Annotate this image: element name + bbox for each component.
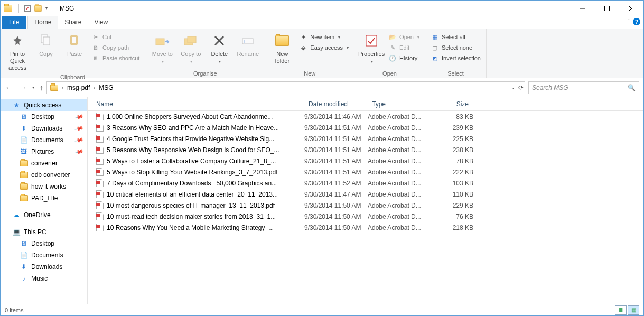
sidebar-desktop[interactable]: 🖥Desktop📌	[1, 111, 87, 123]
paste-shortcut-button[interactable]: 🗏Paste shortcut	[89, 53, 142, 63]
breadcrumb-seg1[interactable]: msg-pdf	[65, 84, 92, 91]
up-button[interactable]: ↑	[40, 83, 43, 92]
sidebar-documents[interactable]: 📄Documents📌	[1, 134, 87, 146]
edit-icon: ✎	[388, 43, 397, 52]
help-icon[interactable]: ?	[633, 18, 640, 25]
tab-view[interactable]: View	[88, 16, 114, 29]
sidebar-pad-file[interactable]: PAD_FIle	[1, 192, 87, 204]
qat-customize-dropdown[interactable]: ▾	[45, 6, 48, 11]
file-row[interactable]: 10 must-read tech decision maker stories…	[88, 211, 643, 222]
main-area: ★Quick access 🖥Desktop📌 ⬇Downloads📌 📄Doc…	[1, 97, 643, 304]
close-button[interactable]	[619, 1, 643, 16]
sidebar-music[interactable]: ♪Music	[1, 273, 87, 284]
file-row[interactable]: 5 Ways to Stop Killing Your Website Rank…	[88, 166, 643, 178]
select-all-button[interactable]: ▦Select all	[428, 32, 483, 42]
column-type[interactable]: Type	[368, 100, 431, 108]
select-group-label: Select	[428, 70, 483, 77]
easy-access-button[interactable]: ⬙Easy access▾	[297, 42, 351, 53]
desktop-icon: 🖥	[20, 113, 28, 121]
sidebar-quick-access[interactable]: ★Quick access	[1, 99, 87, 111]
file-row[interactable]: 10 most dangerous species of IT manager_…	[88, 200, 643, 211]
column-date[interactable]: Date modified	[304, 100, 368, 108]
sidebar-desktop-pc[interactable]: 🖥Desktop	[1, 238, 87, 249]
address-chevron-icon[interactable]: ›	[60, 85, 65, 90]
file-row[interactable]: 1,000 Online Shoppers Surveyed About Car…	[88, 111, 643, 122]
file-name: 10 critical elements of an efficient dat…	[107, 191, 278, 198]
tab-file[interactable]: File	[2, 16, 26, 29]
new-folder-icon	[274, 32, 291, 49]
rename-icon	[239, 32, 256, 49]
pdf-icon	[96, 113, 104, 120]
address-bar[interactable]: › msg-pdf › MSG ⌄ ⟳	[46, 81, 525, 94]
ribbon-group-clipboard: Pin to Quick access Copy Paste ✂Cut 🗎Cop…	[1, 29, 145, 78]
pin-icon: 📌	[74, 135, 85, 145]
pdf-icon	[96, 201, 104, 209]
properties-button[interactable]: Properties▾	[358, 31, 385, 66]
cut-button[interactable]: ✂Cut	[89, 32, 142, 42]
folder-icon	[20, 171, 28, 179]
file-list: 1,000 Online Shoppers Surveyed About Car…	[88, 111, 643, 233]
tab-home[interactable]: Home	[27, 16, 58, 29]
copy-path-button[interactable]: 🗎Copy path	[89, 42, 142, 53]
quick-access-toolbar: ✔ ▾	[16, 4, 48, 13]
sidebar-edb-converter[interactable]: edb converter	[1, 169, 87, 181]
history-dropdown[interactable]: ▾	[32, 85, 34, 90]
invert-selection-button[interactable]: ◩Invert selection	[428, 53, 483, 63]
sort-indicator-icon: ˆ	[298, 101, 300, 106]
file-row[interactable]: 10 critical elements of an efficient dat…	[88, 189, 643, 200]
column-name[interactable]: Nameˆ	[88, 100, 304, 108]
new-item-button[interactable]: ✦New item▾	[297, 32, 351, 42]
file-row[interactable]: 5 Reasons Why Responsive Web Design is G…	[88, 144, 643, 155]
file-row[interactable]: 3 Reasons Why SEO and PPC Are a Match Ma…	[88, 122, 643, 133]
qat-properties-icon[interactable]: ✔	[24, 5, 31, 12]
view-details-button[interactable]: ≣	[615, 305, 627, 315]
qat-newfolder-icon[interactable]	[34, 5, 42, 12]
collapse-ribbon-button[interactable]: ˆ	[628, 19, 630, 25]
edit-button[interactable]: ✎Edit	[386, 42, 422, 53]
address-history-dropdown[interactable]: ⌄	[511, 85, 515, 90]
sidebar-converter[interactable]: converter	[1, 157, 87, 169]
pin-to-quick-access-button[interactable]: Pin to Quick access	[4, 31, 31, 73]
back-button[interactable]: ←	[5, 83, 13, 92]
sidebar-pictures[interactable]: 🖼Pictures📌	[1, 146, 87, 157]
file-row[interactable]: 5 Ways to Foster a Collaborative Company…	[88, 155, 643, 166]
file-size: 103 KB	[431, 180, 473, 187]
history-button[interactable]: 🕐History	[386, 53, 422, 63]
move-to-button[interactable]: Move to▾	[148, 31, 176, 66]
copy-button[interactable]: Copy	[32, 31, 60, 59]
search-icon[interactable]: 🔍	[628, 84, 636, 91]
sidebar-downloads[interactable]: ⬇Downloads📌	[1, 123, 87, 134]
paste-button[interactable]: Paste	[61, 31, 88, 59]
minimize-button[interactable]	[571, 1, 595, 16]
sidebar-onedrive[interactable]: ☁OneDrive	[1, 209, 87, 221]
refresh-button[interactable]: ⟳	[518, 84, 524, 91]
rename-button[interactable]: Rename	[234, 31, 262, 59]
file-row[interactable]: 7 Days of Complimentary Downloads_ 50,00…	[88, 178, 643, 189]
address-chevron-icon[interactable]: ›	[92, 85, 97, 90]
sidebar-documents-pc[interactable]: 📄Documents	[1, 249, 87, 261]
search-input[interactable]: Search MSG 🔍	[528, 81, 639, 94]
file-name: 10 most dangerous species of IT manager_…	[107, 202, 275, 209]
forward-button[interactable]: →	[18, 83, 27, 92]
delete-button[interactable]: Delete▾	[206, 31, 233, 66]
title-bar: ✔ ▾ MSG	[1, 1, 643, 16]
file-row[interactable]: 4 Google Trust Factors that Provide Nega…	[88, 133, 643, 144]
file-row[interactable]: 10 Reasons Why You Need a Mobile Marketi…	[88, 222, 643, 233]
pin-icon: 📌	[74, 124, 85, 133]
copy-to-button[interactable]: Copy to▾	[177, 31, 204, 66]
desktop-icon: 🖥	[20, 239, 28, 248]
maximize-button[interactable]	[595, 1, 619, 16]
file-type: Adobe Acrobat D...	[368, 191, 431, 198]
open-button[interactable]: 📂Open▾	[386, 32, 422, 42]
tab-share[interactable]: Share	[58, 16, 88, 29]
sidebar-downloads-pc[interactable]: ⬇Downloads	[1, 261, 87, 273]
sidebar-this-pc[interactable]: 💻This PC	[1, 226, 87, 238]
breadcrumb-seg2[interactable]: MSG	[97, 84, 115, 91]
column-size[interactable]: Size	[431, 100, 473, 108]
new-folder-button[interactable]: New folder	[268, 31, 296, 66]
view-large-icons-button[interactable]: ▦	[628, 305, 639, 315]
file-date: 9/30/2014 11:46 AM	[304, 113, 368, 120]
file-date: 9/30/2014 11:50 AM	[304, 202, 368, 209]
sidebar-how-it-works[interactable]: how it works	[1, 181, 87, 192]
select-none-button[interactable]: ▢Select none	[428, 42, 483, 53]
